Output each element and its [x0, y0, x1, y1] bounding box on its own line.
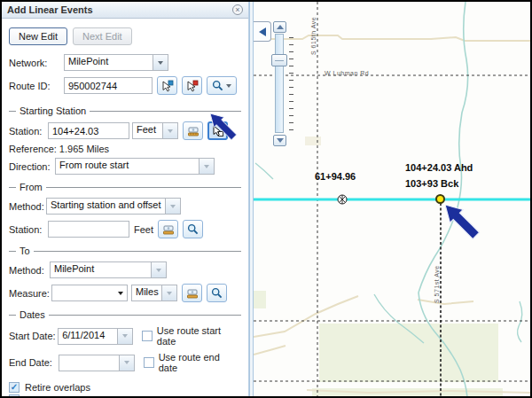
arrow-down-icon: [277, 138, 284, 143]
zoom-slider-track[interactable]: [275, 34, 284, 133]
from-station-label: Station:: [9, 224, 48, 235]
zoom-slider: [271, 21, 312, 150]
station-measure-label-back: 103+93 Bck: [405, 178, 458, 189]
measure-value: [52, 285, 114, 300]
chevron-down-icon: [167, 292, 172, 295]
measure-tool-icon: [162, 223, 175, 236]
next-edit-button[interactable]: Next Edit: [73, 27, 132, 45]
network-value: MilePoint: [65, 55, 153, 70]
from-search-button[interactable]: [183, 220, 203, 238]
measure-station-button[interactable]: [183, 121, 203, 140]
panel-title: Add Linear Events: [7, 4, 232, 15]
chevron-down-icon: [118, 292, 123, 295]
clear-route-selection-button[interactable]: [182, 76, 202, 95]
use-route-start-date-label: Use route start date: [157, 325, 241, 347]
end-date-dropdown-button[interactable]: [119, 355, 134, 371]
station-units-select[interactable]: Feet: [132, 122, 178, 139]
direction-value: From route start: [56, 159, 199, 174]
station-input[interactable]: [48, 122, 129, 139]
measure-units-value: Miles: [132, 285, 161, 300]
units-dropdown-button[interactable]: [161, 285, 176, 300]
units-dropdown-button[interactable]: [162, 123, 177, 138]
arrow-up-icon: [277, 25, 284, 29]
chevron-down-icon: [226, 84, 231, 88]
retire-overlaps-label: Retire overlaps: [25, 382, 90, 393]
cursor-clear-icon: [186, 80, 199, 92]
zoom-out-button[interactable]: [273, 135, 286, 146]
to-legend: To: [16, 246, 34, 256]
chevron-down-icon: [158, 61, 163, 65]
measure-units-select[interactable]: Miles: [131, 285, 177, 301]
end-date-label: End Date:: [9, 357, 59, 368]
use-route-end-date-label: Use route end date: [159, 352, 241, 373]
zoom-slider-thumb[interactable]: [271, 54, 287, 66]
from-method-label: Method:: [9, 201, 46, 212]
to-method-dropdown-button[interactable]: [151, 262, 166, 277]
from-legend: From: [16, 182, 46, 192]
collapse-left-icon: [259, 27, 266, 36]
chevron-down-icon: [170, 205, 176, 208]
use-route-end-date-checkbox[interactable]: [144, 357, 154, 368]
measure-label: Measure:: [9, 288, 51, 299]
use-route-start-date-checkbox[interactable]: [142, 331, 153, 341]
zoom-in-button[interactable]: [273, 21, 286, 33]
from-station-input[interactable]: [48, 221, 129, 238]
measure-combo[interactable]: [51, 285, 128, 301]
panel-header: Add Linear Events ×: [2, 2, 248, 19]
retire-overlaps-checkbox[interactable]: ✓: [9, 382, 20, 393]
chevron-down-icon: [168, 129, 173, 133]
route-search-dropdown-button[interactable]: [207, 76, 237, 95]
cursor-node-icon: [212, 125, 224, 137]
from-measure-button[interactable]: [158, 220, 178, 238]
direction-select[interactable]: From route start: [55, 158, 215, 175]
from-method-dropdown-button[interactable]: [165, 199, 180, 214]
road-label-vertical-right: S 571st Ave: [434, 252, 440, 303]
start-date-dropdown-button[interactable]: [117, 329, 132, 344]
chevron-down-icon: [122, 334, 128, 338]
station-measure-label-ahead: 104+24.03 Ahd: [405, 162, 473, 173]
road-label-horizontal: W Luhman Rd: [325, 70, 369, 76]
from-units-label: Feet: [134, 224, 153, 235]
measure-tool-icon: [186, 287, 199, 300]
station-units-value: Feet: [133, 123, 162, 138]
select-route-on-map-button[interactable]: [157, 76, 177, 95]
station-label: Station:: [9, 126, 48, 137]
check-icon: ✓: [11, 383, 18, 392]
direction-dropdown-button[interactable]: [199, 159, 214, 174]
direction-label: Direction:: [9, 161, 55, 172]
end-date-select[interactable]: [59, 355, 135, 371]
selected-station-marker[interactable]: [435, 194, 445, 204]
chevron-down-icon: [204, 165, 209, 168]
station-reference-marker: [338, 195, 347, 204]
add-linear-events-panel: Add Linear Events × New Edit Next Edit N…: [2, 2, 249, 396]
network-select[interactable]: MilePoint: [64, 54, 168, 71]
pick-station-on-map-button[interactable]: [207, 121, 228, 140]
start-date-label: Start Date:: [9, 331, 58, 341]
measure-tool-icon: [187, 125, 200, 137]
chevron-down-icon: [124, 361, 129, 364]
start-date-value: 6/11/2014: [59, 329, 117, 344]
starting-station-legend: Starting Station: [16, 105, 90, 116]
search-icon: [187, 223, 199, 235]
merge-coincident-events-checkbox[interactable]: ✓: [9, 394, 20, 398]
collapse-panel-button[interactable]: [254, 21, 271, 42]
route-id-label: Route ID:: [9, 81, 64, 91]
network-dropdown-button[interactable]: [153, 55, 168, 70]
from-method-value: Starting station and offset: [47, 199, 165, 214]
to-method-label: Method:: [9, 265, 50, 276]
measure-combo-arrow[interactable]: [114, 285, 127, 300]
start-date-select[interactable]: 6/11/2014: [58, 328, 133, 345]
map-canvas[interactable]: 61+94.96 104+24.03 Ahd 103+93 Bck W Luhm…: [254, 2, 530, 396]
from-method-select[interactable]: Starting station and offset: [46, 198, 181, 215]
to-method-value: MilePoint: [51, 262, 151, 277]
to-measure-button[interactable]: [182, 284, 202, 302]
to-method-select[interactable]: MilePoint: [50, 261, 167, 278]
merge-coincident-events-label: Merge coincident events: [25, 394, 130, 398]
search-icon: [211, 287, 223, 299]
station-measure-label-left: 61+94.96: [315, 171, 356, 182]
close-icon[interactable]: ×: [232, 4, 243, 15]
route-id-input[interactable]: [64, 77, 153, 94]
new-edit-button[interactable]: New Edit: [9, 27, 67, 45]
chevron-down-icon: [156, 269, 161, 272]
to-search-button[interactable]: [207, 284, 227, 302]
